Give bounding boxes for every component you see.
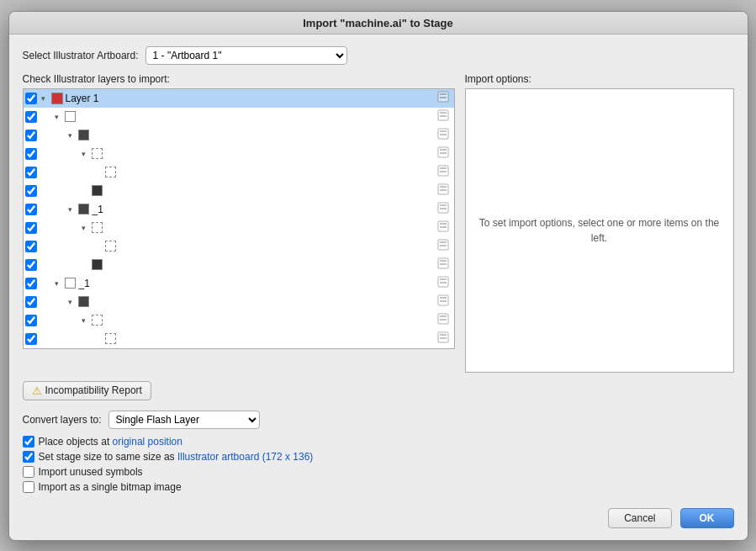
tree-link-icon-6 bbox=[437, 202, 452, 216]
svg-rect-4 bbox=[440, 112, 447, 114]
tree-icon-9 bbox=[91, 258, 104, 272]
checkbox-row-3: Import as a single bitmap image bbox=[23, 481, 734, 493]
layers-label: Check Illustrator layers to import: bbox=[23, 73, 455, 85]
tree-container: ▾Layer 1 ▾ ▾ ▾ ▾_1 ▾ ▾_1 bbox=[23, 88, 455, 349]
tree-checkbox-10[interactable] bbox=[25, 278, 37, 289]
svg-rect-32 bbox=[440, 282, 447, 283]
svg-rect-5 bbox=[440, 115, 447, 117]
tree-link-icon-7 bbox=[437, 220, 452, 235]
tree-toggle-1[interactable]: ▾ bbox=[52, 112, 62, 122]
tree-toggle-6[interactable]: ▾ bbox=[66, 204, 76, 215]
checkbox-label-0[interactable]: Place objects at original position bbox=[39, 436, 182, 448]
tree-toggle-7[interactable]: ▾ bbox=[79, 223, 89, 233]
tree-checkbox-13[interactable] bbox=[25, 333, 37, 345]
tree-icon-6 bbox=[77, 203, 91, 216]
tree-checkbox-0[interactable] bbox=[25, 93, 37, 104]
artboard-select[interactable]: 1 - "Artboard 1" bbox=[145, 46, 347, 65]
right-panel: Import options: To set import options, s… bbox=[465, 73, 734, 373]
tree-toggle-2[interactable]: ▾ bbox=[66, 130, 76, 140]
incompatibility-report-button[interactable]: ⚠ Incompatibility Report bbox=[23, 381, 151, 400]
checkbox-3[interactable] bbox=[23, 481, 34, 493]
tree-link-icon-8 bbox=[437, 239, 452, 253]
tree-checkbox-8[interactable] bbox=[25, 241, 37, 252]
checkboxes-container: Place objects at original positionSet st… bbox=[23, 436, 734, 493]
checkbox-label-1[interactable]: Set stage size to same size as Illustrat… bbox=[39, 451, 314, 463]
svg-rect-7 bbox=[440, 130, 447, 132]
dialog-title: Import "machine.ai" to Stage bbox=[9, 12, 748, 34]
tree-link-icon-12 bbox=[437, 313, 452, 327]
import-options-label: Import options: bbox=[465, 73, 734, 85]
tree-link-icon-1 bbox=[437, 109, 452, 124]
svg-rect-37 bbox=[440, 315, 447, 317]
ok-button[interactable]: OK bbox=[680, 508, 734, 528]
svg-rect-26 bbox=[440, 245, 447, 246]
tree-link-icon-5 bbox=[437, 183, 452, 198]
cancel-button[interactable]: Cancel bbox=[608, 508, 671, 528]
checkbox-1[interactable] bbox=[23, 451, 34, 463]
svg-rect-19 bbox=[440, 204, 447, 206]
checkbox-row-1: Set stage size to same size as Illustrat… bbox=[23, 451, 734, 463]
svg-rect-10 bbox=[440, 149, 447, 151]
svg-rect-41 bbox=[440, 337, 447, 339]
tree-link-icon-4 bbox=[437, 165, 452, 179]
tree-checkbox-4[interactable] bbox=[25, 167, 37, 178]
footer-row: Cancel OK bbox=[23, 508, 734, 532]
svg-rect-28 bbox=[440, 260, 447, 262]
tree-icon-3 bbox=[91, 147, 104, 161]
tree-toggle-10[interactable]: ▾ bbox=[52, 278, 62, 289]
warning-icon: ⚠ bbox=[32, 384, 42, 397]
tree-link-icon-2 bbox=[437, 128, 452, 142]
tree-row[interactable] bbox=[24, 163, 454, 182]
svg-rect-2 bbox=[440, 97, 447, 98]
checkbox-0[interactable] bbox=[23, 436, 34, 448]
tree-checkbox-5[interactable] bbox=[25, 185, 37, 197]
tree-rows[interactable]: ▾Layer 1 ▾ ▾ ▾ ▾_1 ▾ ▾_1 bbox=[24, 89, 454, 348]
tree-row[interactable]: ▾ bbox=[24, 311, 454, 330]
tree-row[interactable]: ▾_1 bbox=[24, 274, 454, 293]
tree-checkbox-2[interactable] bbox=[25, 130, 37, 141]
left-panel: Check Illustrator layers to import: ▾Lay… bbox=[23, 73, 455, 373]
tree-checkbox-9[interactable] bbox=[25, 259, 37, 271]
tree-toggle-12[interactable]: ▾ bbox=[79, 315, 89, 326]
checkbox-label-3[interactable]: Import as a single bitmap image bbox=[39, 481, 182, 493]
tree-toggle-3[interactable]: ▾ bbox=[79, 149, 89, 159]
tree-checkbox-6[interactable] bbox=[25, 204, 37, 215]
checkbox-label-2[interactable]: Import unused symbols bbox=[39, 466, 143, 478]
tree-row[interactable] bbox=[24, 256, 454, 274]
tree-checkbox-7[interactable] bbox=[25, 222, 37, 234]
tree-row[interactable] bbox=[24, 237, 454, 256]
svg-rect-25 bbox=[440, 241, 447, 243]
dialog-body: Select Illustrator Artboard: 1 - "Artboa… bbox=[9, 34, 748, 540]
tree-link-icon-0 bbox=[437, 91, 452, 105]
artboard-label: Select Illustrator Artboard: bbox=[23, 50, 139, 61]
convert-row: Convert layers to: Single Flash LayerFla… bbox=[23, 411, 734, 429]
import-options-hint: To set import options, select one or mor… bbox=[479, 215, 720, 246]
tree-toggle-0[interactable]: ▾ bbox=[39, 93, 49, 103]
tree-checkbox-11[interactable] bbox=[25, 296, 37, 308]
svg-rect-29 bbox=[440, 263, 447, 265]
tree-checkbox-1[interactable] bbox=[25, 111, 37, 123]
convert-select[interactable]: Single Flash LayerFlash LayersKeyframes bbox=[108, 411, 260, 429]
tree-row[interactable]: ▾Layer 1 bbox=[24, 89, 454, 108]
tree-row[interactable]: ▾ bbox=[24, 145, 454, 163]
tree-checkbox-3[interactable] bbox=[25, 148, 37, 160]
tree-icon-10 bbox=[64, 277, 77, 290]
tree-row[interactable] bbox=[24, 330, 454, 348]
tree-row[interactable]: ▾ bbox=[24, 293, 454, 311]
tree-row[interactable]: ▾_1 bbox=[24, 200, 454, 219]
svg-rect-11 bbox=[440, 152, 447, 154]
svg-rect-31 bbox=[440, 278, 447, 280]
tree-link-icon-9 bbox=[437, 257, 452, 272]
tree-icon-1 bbox=[64, 110, 77, 124]
tree-row[interactable]: ▾ bbox=[24, 219, 454, 237]
tree-icon-4 bbox=[104, 166, 118, 179]
tree-row[interactable]: ▾ bbox=[24, 126, 454, 145]
tree-checkbox-12[interactable] bbox=[25, 315, 37, 326]
svg-rect-1 bbox=[440, 93, 447, 95]
svg-rect-22 bbox=[440, 223, 447, 225]
tree-row[interactable]: ▾ bbox=[24, 108, 454, 126]
tree-row[interactable] bbox=[24, 182, 454, 200]
tree-toggle-11[interactable]: ▾ bbox=[66, 297, 76, 307]
checkbox-2[interactable] bbox=[23, 466, 34, 478]
tree-link-icon-10 bbox=[437, 276, 452, 290]
